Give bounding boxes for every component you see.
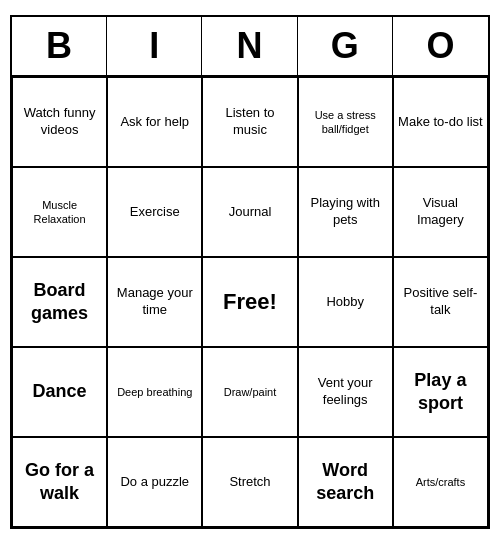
header-letter: N xyxy=(202,17,297,75)
bingo-cell: Make to-do list xyxy=(393,77,488,167)
header-letter: O xyxy=(393,17,488,75)
header-letter: B xyxy=(12,17,107,75)
bingo-cell: Journal xyxy=(202,167,297,257)
bingo-cell: Positive self-talk xyxy=(393,257,488,347)
bingo-cell: Listen to music xyxy=(202,77,297,167)
bingo-cell: Stretch xyxy=(202,437,297,527)
bingo-cell: Do a puzzle xyxy=(107,437,202,527)
bingo-cell: Exercise xyxy=(107,167,202,257)
bingo-cell: Playing with pets xyxy=(298,167,393,257)
bingo-cell: Free! xyxy=(202,257,297,347)
bingo-cell: Play a sport xyxy=(393,347,488,437)
bingo-cell: Hobby xyxy=(298,257,393,347)
bingo-cell: Draw/paint xyxy=(202,347,297,437)
bingo-cell: Word search xyxy=(298,437,393,527)
bingo-cell: Arts/crafts xyxy=(393,437,488,527)
bingo-cell: Muscle Relaxation xyxy=(12,167,107,257)
bingo-cell: Dance xyxy=(12,347,107,437)
header-letter: G xyxy=(298,17,393,75)
bingo-grid: Watch funny videosAsk for helpListen to … xyxy=(12,77,488,527)
bingo-cell: Watch funny videos xyxy=(12,77,107,167)
bingo-cell: Visual Imagery xyxy=(393,167,488,257)
bingo-cell: Use a stress ball/fidget xyxy=(298,77,393,167)
bingo-cell: Ask for help xyxy=(107,77,202,167)
bingo-cell: Manage your time xyxy=(107,257,202,347)
bingo-cell: Go for a walk xyxy=(12,437,107,527)
bingo-cell: Vent your feelings xyxy=(298,347,393,437)
header-letter: I xyxy=(107,17,202,75)
bingo-header: BINGO xyxy=(12,17,488,77)
bingo-cell: Deep breathing xyxy=(107,347,202,437)
bingo-cell: Board games xyxy=(12,257,107,347)
bingo-card: BINGO Watch funny videosAsk for helpList… xyxy=(10,15,490,529)
